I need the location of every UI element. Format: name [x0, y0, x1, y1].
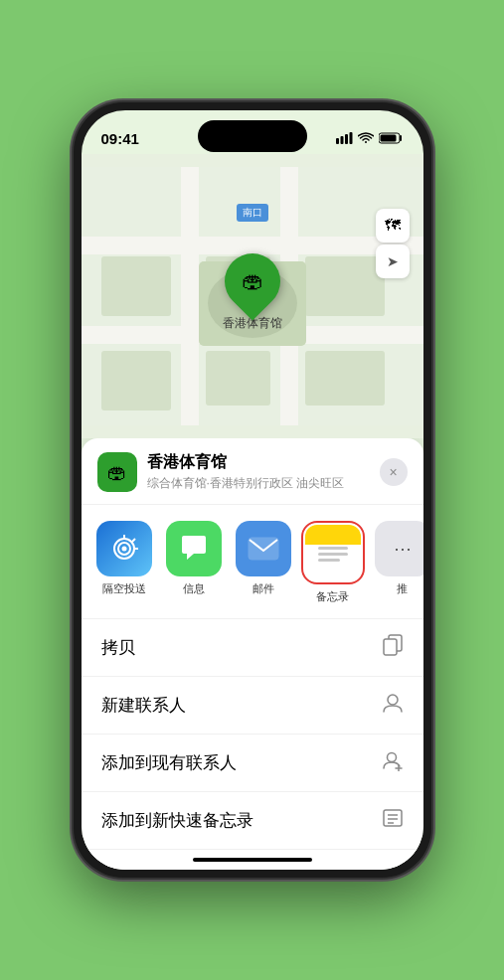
- app-item-mail[interactable]: 邮件: [233, 521, 294, 604]
- status-time: 09:41: [101, 130, 139, 147]
- app-item-more[interactable]: ⋯ 推: [372, 521, 423, 604]
- svg-rect-28: [318, 559, 340, 562]
- svg-rect-3: [349, 132, 352, 144]
- map-type-button[interactable]: 🗺: [376, 209, 410, 243]
- more-icon: ⋯: [375, 521, 423, 576]
- location-arrow-icon: ➤: [387, 253, 399, 269]
- copy-icon: [382, 634, 404, 661]
- venue-subtitle: 综合体育馆·香港特别行政区 油尖旺区: [147, 475, 370, 492]
- close-icon: ×: [389, 464, 397, 480]
- messages-icon: [166, 521, 222, 576]
- notes-label: 备忘录: [316, 589, 349, 604]
- add-existing-label: 添加到现有联系人: [101, 751, 237, 774]
- map-label-text: 南口: [243, 207, 262, 218]
- svg-rect-26: [318, 547, 348, 550]
- airdrop-icon: [96, 521, 152, 576]
- pin-icon: 🏟: [242, 268, 263, 294]
- quicknote-label: 添加到新快速备忘录: [101, 809, 253, 832]
- location-button[interactable]: ➤: [376, 245, 410, 278]
- close-button[interactable]: ×: [380, 458, 408, 486]
- messages-label: 信息: [183, 581, 205, 596]
- share-sheet: 🏟 香港体育馆 综合体育馆·香港特别行政区 油尖旺区 ×: [82, 438, 423, 870]
- action-row-add-existing[interactable]: 添加到现有联系人: [82, 735, 423, 792]
- copy-label: 拷贝: [101, 636, 135, 659]
- wifi-icon: [358, 132, 374, 144]
- svg-rect-9: [181, 167, 199, 425]
- pin-circle: 🏟: [213, 242, 291, 320]
- location-text-block: 香港体育馆 综合体育馆·香港特别行政区 油尖旺区: [147, 452, 370, 492]
- svg-rect-5: [380, 135, 396, 142]
- app-item-airdrop[interactable]: 隔空投送: [93, 521, 155, 604]
- status-icons: [336, 132, 404, 144]
- home-bar: [193, 858, 312, 862]
- svg-rect-30: [384, 639, 397, 655]
- svg-rect-16: [305, 351, 385, 406]
- mail-label: 邮件: [252, 581, 274, 596]
- svg-point-32: [387, 753, 396, 762]
- notes-icon-bg: [305, 525, 361, 580]
- phone-frame: 09:41: [74, 102, 431, 878]
- svg-point-21: [121, 547, 126, 552]
- new-contact-icon: [382, 692, 404, 719]
- svg-rect-14: [101, 351, 171, 410]
- map-type-icon: 🗺: [385, 217, 401, 235]
- svg-line-23: [132, 539, 135, 542]
- action-row-copy[interactable]: 拷贝: [82, 619, 423, 677]
- map-controls[interactable]: 🗺 ➤: [376, 209, 410, 278]
- svg-rect-1: [340, 136, 343, 144]
- mail-icon: [236, 521, 291, 576]
- app-icons-row: 隔空投送 信息: [82, 505, 423, 619]
- airdrop-label: 隔空投送: [102, 581, 146, 596]
- home-indicator: [82, 850, 423, 870]
- svg-rect-0: [336, 138, 339, 144]
- svg-rect-15: [206, 351, 270, 406]
- map-area: 南口 🗺 ➤ 🏟 香港体育馆: [82, 154, 423, 438]
- more-label: 推: [397, 581, 408, 596]
- app-item-messages[interactable]: 信息: [163, 521, 225, 604]
- venue-icon: 🏟: [97, 452, 137, 492]
- new-contact-label: 新建联系人: [101, 694, 186, 717]
- add-existing-icon: [382, 749, 404, 776]
- svg-rect-13: [305, 256, 385, 316]
- dynamic-island: [198, 120, 307, 152]
- quicknote-icon: [382, 807, 404, 834]
- action-row-new-contact[interactable]: 新建联系人: [82, 677, 423, 735]
- svg-rect-2: [345, 134, 348, 144]
- action-row-quicknote[interactable]: 添加到新快速备忘录: [82, 792, 423, 850]
- location-info-row: 🏟 香港体育馆 综合体育馆·香港特别行政区 油尖旺区 ×: [82, 438, 423, 505]
- svg-point-31: [388, 695, 398, 705]
- map-label-tag: 南口: [237, 204, 268, 222]
- svg-rect-7: [82, 237, 423, 254]
- venue-name: 香港体育馆: [147, 452, 370, 473]
- svg-rect-25: [249, 538, 278, 560]
- svg-rect-11: [101, 256, 171, 316]
- location-pin: 🏟 香港体育馆: [223, 253, 282, 332]
- signal-icon: [336, 132, 353, 144]
- svg-rect-27: [318, 553, 348, 556]
- battery-icon: [379, 132, 404, 144]
- app-item-notes[interactable]: 备忘录: [302, 521, 364, 604]
- phone-screen: 09:41: [82, 110, 423, 870]
